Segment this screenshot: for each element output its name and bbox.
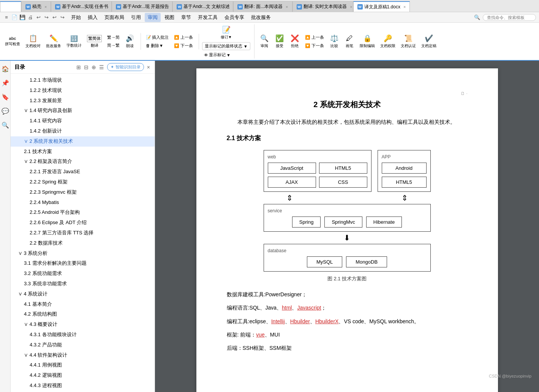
toc-item[interactable]: 4.3.2 产品功能 — [11, 340, 155, 350]
menu-review[interactable]: 审阅 — [145, 13, 161, 22]
toc-item[interactable]: ∨ 4.4 软件架构设计 — [11, 350, 155, 360]
toc-item[interactable]: 1.4.1 研究内容 — [11, 116, 155, 126]
toc-item[interactable]: 4.4.2 逻辑视图 — [11, 370, 155, 381]
menu-insert[interactable]: 插入 — [85, 13, 101, 22]
toc-item[interactable]: 2.2.3 Springmvc 框架 — [11, 187, 155, 198]
toc-add-icon[interactable]: ⊕ — [91, 63, 97, 71]
prev-note-button[interactable]: 🔼 上一条 — [172, 34, 195, 41]
menu-page-layout[interactable]: 页面布局 — [101, 13, 127, 22]
toc-item[interactable]: 4.4.1 用例视图 — [11, 360, 155, 370]
toc-item[interactable]: 2.2.2 Spring 框架 — [11, 177, 155, 187]
doc-final-button[interactable]: ✔️ 文档定稿 — [419, 33, 438, 50]
sidebar-close-icon[interactable]: × — [146, 63, 151, 71]
tab-close-translate-doc[interactable]: × — [403, 5, 406, 9]
search-icon[interactable]: 🔍 — [474, 14, 481, 21]
search-input[interactable] — [483, 14, 536, 21]
toc-item[interactable]: ∨ 4 系统设计 — [11, 289, 155, 299]
rail-pin-icon[interactable]: 📌 — [0, 78, 11, 88]
track-dropdown[interactable]: 显示标记的最终状态 ▼ — [202, 42, 250, 50]
toc-item[interactable]: 2.2 数据库技术 — [11, 238, 155, 248]
toc-item[interactable]: 4.1 基本简介 — [11, 299, 155, 310]
menu-dev-tools[interactable]: 开发工具 — [195, 13, 221, 22]
menu-view[interactable]: 视图 — [161, 13, 177, 22]
toc-item[interactable]: 1.2.2 技术现状 — [11, 85, 155, 96]
hamburger-icon[interactable]: ≡ — [3, 14, 10, 21]
tab-android-review[interactable]: W 基于Andr...文 文献综述 × — [172, 1, 233, 12]
toc-item[interactable]: 3.3 系统非功能需求 — [11, 279, 155, 289]
file-icon[interactable]: 📄 — [11, 14, 18, 21]
delete-note-button[interactable]: 🗑删除▼ — [144, 42, 171, 49]
tab-home[interactable]: 首页 — [0, 1, 21, 12]
rail-home-icon[interactable]: 🏠 — [0, 64, 11, 74]
toc-item[interactable]: 2.1 技术方案 — [11, 147, 155, 157]
accept-button[interactable]: ✅ 接受 — [273, 33, 286, 50]
pen-button[interactable]: 🖊 画笔 — [343, 33, 356, 50]
rail-bookmark-icon[interactable]: 🔖 — [0, 92, 11, 102]
menu-start[interactable]: 开始 — [68, 13, 84, 22]
restrict-edit-button[interactable]: 🔒 限制编辑 — [358, 33, 377, 50]
tab-close-translate-realtime[interactable]: × — [350, 5, 352, 9]
toc-item[interactable]: 1.2.3 发展前景 — [11, 96, 155, 106]
toc-item[interactable]: 1.4.2 创新设计 — [11, 126, 155, 136]
reject-button[interactable]: ❌ 拒绝 — [288, 33, 302, 50]
toc-item[interactable]: 1.2.1 市场现状 — [11, 75, 155, 85]
proofread-button[interactable]: ✏️ 批改服务 — [44, 33, 63, 50]
tab-translate-doc[interactable]: W 译文及原稿1.docx × — [353, 1, 410, 12]
document-area[interactable]: 🗋 · 2 系统开发相关技术 本章将主要介绍了本次设计系统的相关技术，包括系统采… — [155, 61, 539, 392]
rail-search-icon[interactable]: 🔍 — [0, 120, 11, 130]
toc-item[interactable]: 2.2.1 开发语言 JavaSE — [11, 167, 155, 177]
tab-android-report[interactable]: W 基于Andr...现 开题报告 × — [112, 1, 172, 12]
hbuilder-link[interactable]: Hbuilder — [290, 318, 310, 324]
undo-icon[interactable]: ↩ — [35, 14, 42, 21]
simp-to-trad-button[interactable]: 简→繁 — [105, 42, 122, 49]
toc-menu-icon[interactable]: ☰ — [98, 63, 105, 71]
toc-collapse-icon[interactable]: ⊟ — [83, 63, 89, 71]
tab-close-translate-reader[interactable]: × — [286, 5, 288, 9]
smart-toc-button[interactable]: ✦ 智能识别目录 — [107, 63, 144, 71]
toc-expand-icon[interactable]: ⊞ — [76, 63, 82, 71]
toc-item[interactable]: 2.2.6 Eclipse 及 ADT 介绍 — [11, 218, 155, 228]
tab-translate-reader[interactable]: W 翻译: 面...本阅读器 × — [233, 1, 292, 12]
doc-verify-button[interactable]: 📋 文档校对 — [24, 33, 43, 50]
tab-draft[interactable]: W 稿壳 × — [21, 1, 51, 12]
toc-item[interactable]: ∨ 2.2 框架及语言简介 — [11, 156, 155, 167]
intellij-link[interactable]: Intellij — [271, 318, 285, 324]
toc-item[interactable]: 3.1 需求分析解决的主要问题 — [11, 258, 155, 269]
next-note-button[interactable]: 🔽 下一条 — [172, 42, 195, 49]
trad-to-simp-button[interactable]: 繁→简 — [105, 34, 122, 41]
spell-check-button[interactable]: abc 拼写检查 — [3, 35, 22, 48]
track-changes-button[interactable]: 📝 修订▼ — [202, 24, 250, 41]
next-change-button[interactable]: 🔽 下一条 — [303, 42, 326, 49]
menu-reference[interactable]: 引用 — [128, 13, 144, 22]
print-icon[interactable]: 🖨 — [27, 14, 34, 21]
toc-item[interactable]: 4.4.3 进程视图 — [11, 381, 155, 391]
show-markup-button[interactable]: 👁 显示标记 ▼ — [202, 51, 250, 58]
javascript-link[interactable]: Javascript — [297, 305, 321, 311]
toc-item[interactable]: 3.2 系统功能需求 — [11, 269, 155, 279]
html-link[interactable]: html — [282, 305, 292, 311]
tab-close-draft[interactable]: × — [44, 5, 47, 9]
menu-chapter[interactable]: 章节 — [178, 13, 194, 22]
review-button[interactable]: 🔍 审阅 — [258, 33, 271, 50]
hbuilderx-link[interactable]: HbuilderX — [315, 318, 338, 324]
menu-proofread[interactable]: 批改服务 — [248, 13, 274, 22]
prev-change-button[interactable]: 🔼 上一条 — [303, 34, 326, 41]
translate-button[interactable]: 繁简体 翻译 — [85, 34, 104, 49]
word-count-button[interactable]: 🔢 字数统计 — [65, 34, 84, 49]
toc-item[interactable]: 2.2.4 Mybatis — [11, 198, 155, 208]
toc-item[interactable]: ∨ 1.4 研究内容及创新 — [11, 106, 155, 116]
redo2-icon[interactable]: ↪ — [59, 14, 66, 21]
save-icon[interactable]: 💾 — [19, 14, 26, 21]
rail-comment-icon[interactable]: 💬 — [0, 106, 11, 116]
toc-item[interactable]: 4.2 系统结构图 — [11, 309, 155, 319]
toc-item[interactable]: 2.2.5 Android 平台架构 — [11, 207, 155, 218]
toc-item[interactable]: 4.3.1 各功能模块设计 — [11, 330, 155, 340]
toc-item[interactable]: ∨ 2 系统开发相关技术 — [11, 136, 155, 147]
insert-note-button[interactable]: 📝插入批注 — [144, 34, 171, 41]
doc-permission-button[interactable]: 🔑 文档权限 — [378, 33, 397, 50]
redo-icon[interactable]: ↪ — [43, 14, 50, 21]
compare-button[interactable]: ⚖️ 比较 — [327, 33, 341, 50]
toc-item[interactable]: 2.2.7 第三方语音库 TTS 选择 — [11, 228, 155, 238]
vue-link[interactable]: vue — [256, 332, 265, 338]
tab-translate-realtime[interactable]: W 翻译: 实时文本阅读器 × — [292, 1, 353, 12]
